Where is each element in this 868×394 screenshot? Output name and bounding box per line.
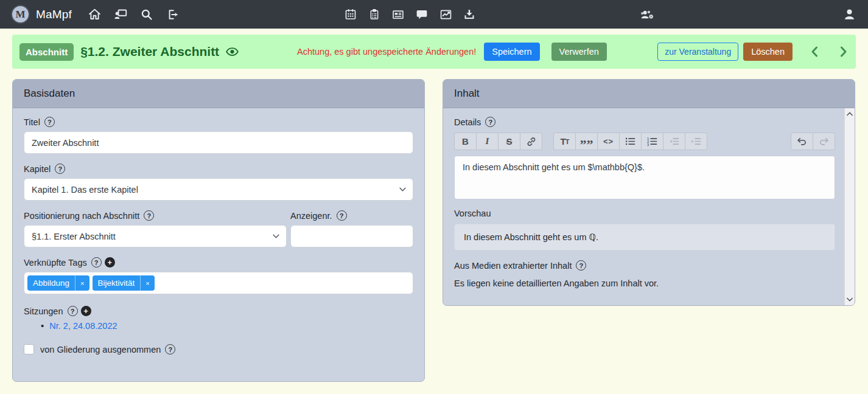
add-sitzung-icon[interactable]: + — [81, 306, 91, 316]
details-label: Details — [454, 117, 481, 127]
comment-icon[interactable] — [414, 7, 430, 22]
alert-bar: Abschnitt §1.2. Zweiter Abschnitt Achtun… — [12, 35, 856, 69]
newspaper-icon[interactable] — [390, 7, 406, 22]
tag-label: Abbildung — [27, 275, 75, 291]
details-editor[interactable]: In diesem Abschnitt geht es um $\mathbb{… — [454, 156, 835, 199]
gliederung-help-icon[interactable]: ? — [165, 344, 175, 354]
titel-help-icon[interactable]: ? — [44, 117, 55, 127]
numbered-list-button[interactable]: 123 — [641, 133, 663, 150]
discard-button[interactable]: Verwerfen — [551, 43, 607, 61]
kapitel-help-icon[interactable]: ? — [55, 164, 65, 174]
kapitel-group: Kapitel ? Kapitel 1. Das erste Kapitel — [24, 164, 413, 201]
svg-text:2: 2 — [647, 140, 649, 143]
remove-tag-icon[interactable]: × — [140, 275, 154, 291]
users-gear-icon[interactable] — [639, 7, 655, 22]
vorschau-text: In diesem Abschnitt geht es um — [464, 232, 589, 242]
save-button[interactable]: Speichern — [484, 43, 539, 61]
tags-label: Verknüpfte Tags — [24, 258, 87, 268]
chevron-down-icon — [273, 234, 279, 238]
bold-button[interactable]: B — [454, 133, 477, 150]
heading-button[interactable]: TT — [553, 133, 576, 150]
vorschau-math-symbol: ℚ — [589, 232, 596, 242]
type-badge: Abschnitt — [19, 43, 74, 61]
search-icon[interactable] — [139, 7, 155, 22]
gliederung-label: von Gliederung ausgenommen — [40, 345, 161, 354]
inhalt-body: Details ? B I S TT ”” <> 123 — [443, 108, 855, 305]
anzeigenr-label-row: Anzeigenr. ? — [290, 210, 413, 221]
sign-out-icon[interactable] — [165, 7, 181, 22]
details-help-icon[interactable]: ? — [485, 117, 495, 127]
basisdaten-header: Basisdaten — [13, 80, 424, 108]
download-icon[interactable] — [461, 7, 477, 22]
user-icon[interactable] — [841, 7, 857, 22]
sitzungen-label-row: Sitzungen ? + — [24, 306, 413, 316]
remove-tag-icon[interactable]: × — [75, 275, 89, 291]
position-select[interactable]: §1.1. Erster Abschnitt — [24, 225, 287, 247]
outdent-button[interactable] — [663, 133, 685, 150]
kapitel-label-row: Kapitel ? — [24, 164, 413, 174]
screen-user-icon[interactable] — [113, 7, 128, 22]
quote-button[interactable]: ”” — [575, 133, 598, 150]
scroll-up-icon[interactable] — [845, 109, 855, 119]
to-event-button[interactable]: zur Veranstaltung — [657, 43, 738, 61]
vorschau-label: Vorschau — [454, 209, 835, 218]
vorschau-preview: In diesem Abschnitt geht es um ℚ. — [454, 224, 835, 251]
scroll-down-icon[interactable] — [845, 294, 855, 305]
sitzungen-label: Sitzungen — [24, 306, 63, 316]
position-group: Positionierung nach Abschnitt ? §1.1. Er… — [24, 210, 287, 247]
undo-button[interactable] — [791, 133, 813, 150]
extracted-help-icon[interactable]: ? — [576, 260, 586, 271]
extracted-label-row: Aus Medien extrahierter Inhalt ? — [454, 260, 835, 271]
gliederung-row: von Gliederung ausgenommen ? — [24, 344, 413, 354]
svg-text:3: 3 — [647, 143, 649, 146]
gliederung-checkbox[interactable] — [24, 344, 34, 354]
history-group — [791, 133, 835, 150]
anzeigenr-help-icon[interactable]: ? — [337, 210, 347, 221]
unsaved-warning: Achtung, es gibt ungespeicherte Änderung… — [297, 47, 476, 57]
strikethrough-button[interactable]: S — [498, 133, 520, 150]
home-icon[interactable] — [86, 7, 102, 22]
eye-icon[interactable] — [225, 45, 240, 58]
bullet-list-button[interactable] — [619, 133, 642, 150]
tags-input[interactable]: Abbildung × Bijektivität × — [24, 272, 413, 294]
sitzungen-help-icon[interactable]: ? — [68, 306, 78, 316]
indent-button[interactable] — [685, 133, 707, 150]
anzeigenr-group: Anzeigenr. ? — [290, 210, 413, 247]
nav-user-group — [841, 7, 857, 22]
sitzungen-group: Sitzungen ? + • Nr. 2, 24.08.2022 — [24, 306, 413, 331]
kapitel-selected-value: Kapitel 1. Das erste Kapitel — [32, 185, 138, 195]
nav-center-group — [343, 7, 477, 22]
svg-text:1: 1 — [647, 137, 649, 140]
sitzung-link[interactable]: Nr. 2, 24.08.2022 — [49, 321, 117, 331]
tags-label-row: Verknüpfte Tags ? + — [24, 257, 413, 268]
link-button[interactable] — [520, 133, 542, 150]
navbar: M MaMpf — [0, 0, 868, 29]
position-selected-value: §1.1. Erster Abschnitt — [32, 232, 116, 241]
bullet-icon: • — [41, 320, 44, 331]
position-row: Positionierung nach Abschnitt ? §1.1. Er… — [24, 210, 413, 247]
chevron-right-icon[interactable] — [837, 44, 850, 60]
vorschau-period: . — [596, 232, 598, 242]
code-button[interactable]: <> — [597, 133, 620, 150]
inhalt-panel: Inhalt Details ? B I S TT ”” <> — [443, 79, 855, 306]
anzeigenr-input[interactable] — [290, 225, 413, 247]
panel-scrollbar[interactable] — [844, 108, 855, 305]
anzeigenr-label: Anzeigenr. — [290, 211, 332, 221]
clipboard-list-icon[interactable] — [366, 7, 382, 22]
italic-button[interactable]: I — [476, 133, 499, 150]
kapitel-label: Kapitel — [24, 164, 51, 174]
extracted-empty-text: Es liegen keine detaillierten Angaben zu… — [454, 278, 835, 288]
position-help-icon[interactable]: ? — [144, 210, 154, 221]
calendar-icon[interactable] — [343, 7, 359, 22]
brand[interactable]: M MaMpf — [11, 5, 72, 24]
position-label-row: Positionierung nach Abschnitt ? — [24, 210, 287, 221]
chevron-left-icon[interactable] — [808, 44, 821, 60]
redo-button[interactable] — [813, 133, 835, 150]
kapitel-select[interactable]: Kapitel 1. Das erste Kapitel — [24, 178, 413, 201]
titel-input[interactable] — [24, 131, 413, 154]
add-tag-icon[interactable]: + — [105, 257, 115, 268]
chart-line-icon[interactable] — [438, 7, 453, 22]
delete-button[interactable]: Löschen — [743, 43, 793, 61]
tags-help-icon[interactable]: ? — [91, 257, 102, 268]
inhalt-header: Inhalt — [443, 80, 855, 108]
